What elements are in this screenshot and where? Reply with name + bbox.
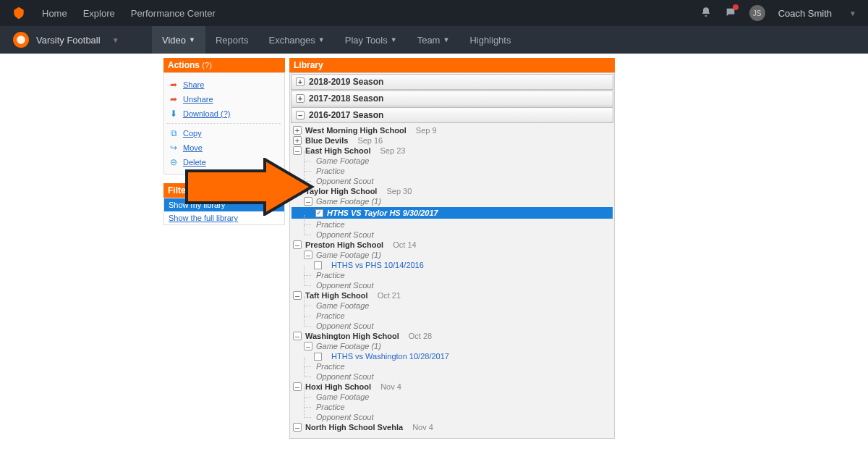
- folder-practice[interactable]: Practice: [293, 361, 611, 371]
- sub-nav: Varsity Football ▼ Video▼ Reports Exchan…: [0, 26, 868, 54]
- checkbox-icon[interactable]: [314, 261, 322, 269]
- checkbox-icon[interactable]: [315, 209, 323, 217]
- opponent-east-high[interactable]: –East High School Sep 23: [293, 146, 611, 156]
- action-share[interactable]: ➦Share: [167, 77, 281, 92]
- folder-practice[interactable]: Practice: [293, 270, 611, 280]
- nav-performance-center[interactable]: Performance Center: [131, 8, 216, 19]
- delete-icon: ⊖: [169, 157, 179, 167]
- chevron-down-icon: ▼: [189, 36, 195, 43]
- actions-panel: Actions (?) ➦Share ➦Unshare ⬇Download (?…: [163, 58, 285, 175]
- video-hths-vs-taylor[interactable]: HTHS VS Taylor HS 9/30/2017: [292, 207, 613, 219]
- minus-icon: –: [293, 291, 302, 300]
- minus-icon: –: [304, 251, 312, 259]
- plus-icon: +: [293, 136, 302, 145]
- plus-icon: +: [293, 126, 302, 135]
- tab-team[interactable]: Team▼: [407, 26, 460, 54]
- filter-panel: Filter Your View (?) Show my library Sho…: [163, 183, 285, 225]
- folder-game-footage[interactable]: –Game Footage (1): [293, 250, 611, 260]
- message-icon[interactable]: [725, 7, 736, 20]
- minus-icon: –: [293, 187, 302, 196]
- chevron-down-icon: ▼: [443, 36, 449, 43]
- opponent-west-morning[interactable]: +West Morning High School Sep 9: [293, 125, 611, 135]
- opponent-hoxi[interactable]: –Hoxi High School Nov 4: [293, 382, 611, 392]
- user-name[interactable]: Coach Smith: [778, 8, 832, 19]
- nav-home[interactable]: Home: [42, 8, 67, 19]
- folder-practice[interactable]: Practice: [293, 166, 611, 176]
- season-2016-2017[interactable]: –2016-2017 Season: [291, 107, 613, 123]
- action-copy[interactable]: ⧉Copy: [167, 126, 281, 140]
- season-2018-2019[interactable]: +2018-2019 Season: [291, 74, 613, 90]
- opponent-washington[interactable]: –Washington High School Oct 28: [293, 331, 611, 341]
- library-header: Library: [289, 58, 615, 72]
- opponent-blue-devils[interactable]: +Blue Devils Sep 16: [293, 135, 611, 146]
- folder-game-footage[interactable]: Game Footage: [293, 300, 611, 311]
- action-download[interactable]: ⬇Download (?): [167, 106, 281, 121]
- notification-dot: [733, 4, 739, 10]
- plus-icon: +: [296, 94, 305, 103]
- user-avatar[interactable]: JS: [749, 5, 765, 21]
- folder-opponent-scout[interactable]: Opponent Scout: [293, 176, 611, 186]
- folder-opponent-scout[interactable]: Opponent Scout: [293, 321, 611, 331]
- opponent-preston[interactable]: –Preston High School Oct 14: [293, 240, 611, 250]
- library-panel: Library +2018-2019 Season +2017-2018 Sea…: [289, 58, 615, 439]
- folder-practice[interactable]: Practice: [293, 402, 611, 412]
- folder-opponent-scout[interactable]: Opponent Scout: [293, 280, 611, 290]
- filter-show-full-library[interactable]: Show the full library: [164, 211, 284, 224]
- folder-game-footage[interactable]: –Game Footage (1): [293, 196, 611, 206]
- minus-icon: –: [304, 197, 312, 206]
- download-icon: ⬇: [169, 109, 179, 119]
- chevron-down-icon: ▼: [391, 36, 397, 43]
- minus-icon: –: [293, 146, 302, 155]
- filter-header: Filter Your View (?): [163, 183, 285, 198]
- bell-icon[interactable]: [700, 7, 712, 20]
- nav-explore[interactable]: Explore: [83, 8, 115, 19]
- chevron-down-icon[interactable]: ▼: [849, 9, 856, 17]
- minus-icon: –: [293, 240, 302, 249]
- opponent-taylor[interactable]: –Taylor High School Sep 30: [293, 186, 611, 196]
- video-hths-vs-washington[interactable]: HTHS vs Washington 10/28/2017: [293, 351, 611, 361]
- minus-icon: –: [293, 332, 302, 340]
- tab-video[interactable]: Video▼: [152, 26, 205, 54]
- video-hths-vs-phs[interactable]: HTHS vs PHS 10/14/2016: [293, 260, 611, 270]
- chevron-down-icon: ▼: [318, 36, 325, 43]
- folder-game-footage[interactable]: Game Footage: [293, 156, 611, 166]
- tab-exchanges[interactable]: Exchanges▼: [258, 26, 334, 54]
- minus-icon: –: [296, 111, 305, 119]
- team-selector[interactable]: Varsity Football ▼: [0, 26, 152, 54]
- share-icon: ➦: [169, 80, 179, 90]
- opponent-taft[interactable]: –Taft High School Oct 21: [293, 290, 611, 300]
- svg-point-0: [17, 35, 25, 44]
- folder-practice[interactable]: Practice: [293, 311, 611, 321]
- folder-opponent-scout[interactable]: Opponent Scout: [293, 412, 611, 422]
- folder-opponent-scout[interactable]: Opponent Scout: [293, 371, 611, 382]
- minus-icon: –: [304, 342, 312, 350]
- chevron-down-icon: ▼: [112, 36, 119, 44]
- unshare-icon: ➦: [169, 94, 179, 104]
- filter-show-my-library[interactable]: Show my library: [164, 198, 284, 211]
- team-logo-icon: [13, 32, 29, 48]
- tab-highlights[interactable]: Highlights: [459, 26, 521, 54]
- copy-icon: ⧉: [169, 128, 179, 138]
- team-name: Varsity Football: [36, 35, 101, 46]
- minus-icon: –: [293, 382, 302, 391]
- action-unshare[interactable]: ➦Unshare: [167, 92, 281, 106]
- action-delete[interactable]: ⊖Delete: [167, 155, 281, 169]
- checkbox-icon[interactable]: [314, 353, 322, 361]
- tab-play-tools[interactable]: Play Tools▼: [335, 26, 407, 54]
- opponent-north-svehla[interactable]: –North High School Svehla Nov 4: [293, 422, 611, 432]
- folder-opponent-scout[interactable]: Opponent Scout: [293, 230, 611, 240]
- folder-game-footage[interactable]: –Game Footage (1): [293, 341, 611, 351]
- tab-reports[interactable]: Reports: [205, 26, 259, 54]
- folder-game-footage[interactable]: Game Footage: [293, 392, 611, 402]
- brand-logo: [12, 6, 26, 20]
- season-2017-2018[interactable]: +2017-2018 Season: [291, 91, 613, 106]
- plus-icon: +: [296, 77, 305, 86]
- move-icon: ↪: [169, 143, 179, 153]
- actions-header: Actions (?): [163, 58, 285, 72]
- folder-practice[interactable]: Practice: [293, 219, 611, 230]
- action-move[interactable]: ↪Move: [167, 140, 281, 155]
- minus-icon: –: [293, 423, 302, 432]
- top-nav: Home Explore Performance Center JS Coach…: [0, 0, 868, 26]
